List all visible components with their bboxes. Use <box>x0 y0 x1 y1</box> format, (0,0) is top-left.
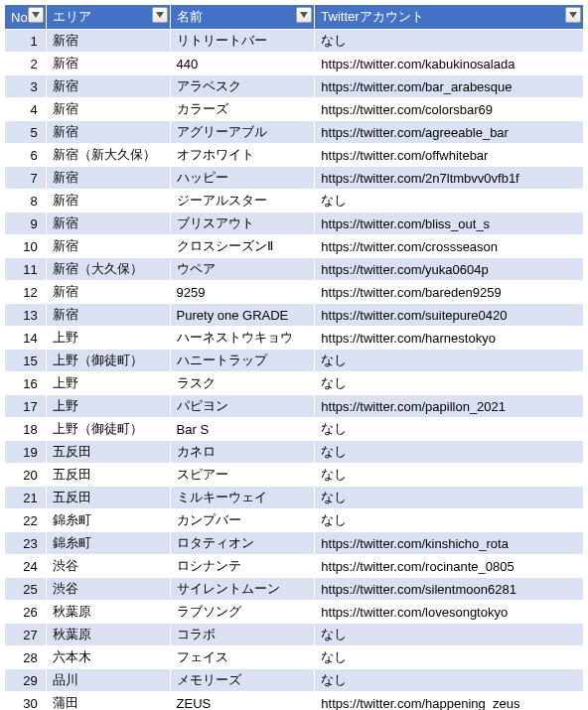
cell-name: ウペア <box>170 258 315 281</box>
table-row: 7新宿ハッピーhttps://twitter.com/2n7ltmbvv0vfb… <box>5 167 584 190</box>
cell-area: 新宿（新大久保） <box>46 144 170 167</box>
filter-button-twitter[interactable] <box>565 7 581 23</box>
filter-button-area[interactable] <box>152 7 168 23</box>
cell-area: 渋谷 <box>46 578 170 601</box>
svg-marker-3 <box>569 12 577 18</box>
cell-name: ロタティオン <box>170 532 315 555</box>
table-row: 18上野（御徒町）Bar Sなし <box>5 418 584 441</box>
cell-name: ハーネストウキョウ <box>170 327 315 350</box>
cell-no: 26 <box>5 601 47 624</box>
cell-area: 五反田 <box>46 464 170 487</box>
cell-twitter: https://twitter.com/crossseason <box>315 235 584 258</box>
cell-no: 30 <box>5 692 47 711</box>
header-no[interactable]: No. <box>5 5 47 30</box>
header-twitter[interactable]: Twitterアカウント <box>315 5 584 30</box>
svg-marker-1 <box>156 12 164 18</box>
cell-area: 新宿 <box>46 98 170 121</box>
table-row: 2新宿440https://twitter.com/kabukinosalada <box>5 53 584 75</box>
cell-no: 11 <box>5 258 47 281</box>
cell-name: 440 <box>170 53 315 75</box>
table-row: 9新宿ブリスアウトhttps://twitter.com/bliss_out_s <box>5 213 584 235</box>
table-row: 17上野パピヨンhttps://twitter.com/papillon_202… <box>5 395 584 418</box>
header-name[interactable]: 名前 <box>170 5 315 30</box>
cell-area: 新宿 <box>46 190 170 213</box>
cell-name: オフホワイト <box>170 144 315 167</box>
chevron-down-icon <box>569 12 577 18</box>
cell-no: 6 <box>5 144 47 167</box>
cell-twitter: https://twitter.com/harnestokyo <box>315 327 584 350</box>
table-row: 12新宿9259https://twitter.com/bareden9259 <box>5 281 584 304</box>
cell-name: 9259 <box>170 281 315 304</box>
cell-area: 新宿 <box>46 75 170 98</box>
cell-name: コラボ <box>170 624 315 646</box>
cell-twitter: https://twitter.com/kinshicho_rota <box>315 532 584 555</box>
chevron-down-icon <box>156 12 164 18</box>
cell-area: 新宿 <box>46 30 170 53</box>
cell-twitter: https://twitter.com/2n7ltmbvv0vfb1f <box>315 167 584 190</box>
table-row: 25渋谷サイレントムーンhttps://twitter.com/silentmo… <box>5 578 584 601</box>
data-table: No. エリア 名前 Twitterアカウント <box>4 4 584 710</box>
header-row: No. エリア 名前 Twitterアカウント <box>5 5 584 30</box>
cell-twitter: なし <box>315 372 584 395</box>
cell-twitter: なし <box>315 646 584 669</box>
cell-area: 秋葉原 <box>46 624 170 646</box>
filter-button-no[interactable] <box>28 7 44 23</box>
cell-no: 16 <box>5 372 47 395</box>
cell-area: 錦糸町 <box>46 532 170 555</box>
table-row: 4新宿カラーズhttps://twitter.com/colorsbar69 <box>5 98 584 121</box>
cell-twitter: https://twitter.com/bareden9259 <box>315 281 584 304</box>
cell-no: 22 <box>5 509 47 532</box>
cell-area: 新宿 <box>46 121 170 144</box>
table-row: 6新宿（新大久保）オフホワイトhttps://twitter.com/offwh… <box>5 144 584 167</box>
cell-twitter: https://twitter.com/lovesongtokyo <box>315 601 584 624</box>
cell-no: 27 <box>5 624 47 646</box>
cell-twitter: なし <box>315 624 584 646</box>
cell-name: ジーアルスター <box>170 190 315 213</box>
cell-name: アグリーアブル <box>170 121 315 144</box>
cell-name: ラブソング <box>170 601 315 624</box>
cell-name: ロシナンテ <box>170 555 315 578</box>
cell-area: 新宿 <box>46 235 170 258</box>
cell-twitter: なし <box>315 464 584 487</box>
cell-name: ハニートラップ <box>170 350 315 372</box>
cell-area: 五反田 <box>46 441 170 464</box>
table-row: 26秋葉原ラブソングhttps://twitter.com/lovesongto… <box>5 601 584 624</box>
cell-area: 上野 <box>46 327 170 350</box>
cell-twitter: https://twitter.com/silentmoon6281 <box>315 578 584 601</box>
cell-name: カネロ <box>170 441 315 464</box>
cell-area: 新宿 <box>46 53 170 75</box>
cell-name: サイレントムーン <box>170 578 315 601</box>
filter-button-name[interactable] <box>296 7 312 23</box>
header-area[interactable]: エリア <box>46 5 170 30</box>
table-row: 20五反田スピアーなし <box>5 464 584 487</box>
cell-area: 新宿 <box>46 213 170 235</box>
table-row: 8新宿ジーアルスターなし <box>5 190 584 213</box>
cell-no: 28 <box>5 646 47 669</box>
cell-name: アラベスク <box>170 75 315 98</box>
cell-name: カンプバー <box>170 509 315 532</box>
cell-no: 4 <box>5 98 47 121</box>
cell-no: 23 <box>5 532 47 555</box>
table-body: 1新宿リトリートバーなし2新宿440https://twitter.com/ka… <box>5 30 584 711</box>
table-row: 27秋葉原コラボなし <box>5 624 584 646</box>
cell-no: 9 <box>5 213 47 235</box>
cell-no: 8 <box>5 190 47 213</box>
cell-name: ラスク <box>170 372 315 395</box>
cell-name: ハッピー <box>170 167 315 190</box>
cell-name: Purety one GRADE <box>170 304 315 327</box>
cell-area: 渋谷 <box>46 555 170 578</box>
cell-twitter: https://twitter.com/happening_zeus <box>315 692 584 711</box>
cell-no: 13 <box>5 304 47 327</box>
cell-no: 17 <box>5 395 47 418</box>
cell-no: 1 <box>5 30 47 53</box>
cell-name: リトリートバー <box>170 30 315 53</box>
table-row: 14上野ハーネストウキョウhttps://twitter.com/harnest… <box>5 327 584 350</box>
cell-name: ブリスアウト <box>170 213 315 235</box>
cell-twitter: なし <box>315 190 584 213</box>
cell-no: 12 <box>5 281 47 304</box>
cell-twitter: なし <box>315 418 584 441</box>
cell-name: Bar S <box>170 418 315 441</box>
table-row: 29品川メモリーズなし <box>5 669 584 692</box>
chevron-down-icon <box>32 12 40 18</box>
table-row: 1新宿リトリートバーなし <box>5 30 584 53</box>
